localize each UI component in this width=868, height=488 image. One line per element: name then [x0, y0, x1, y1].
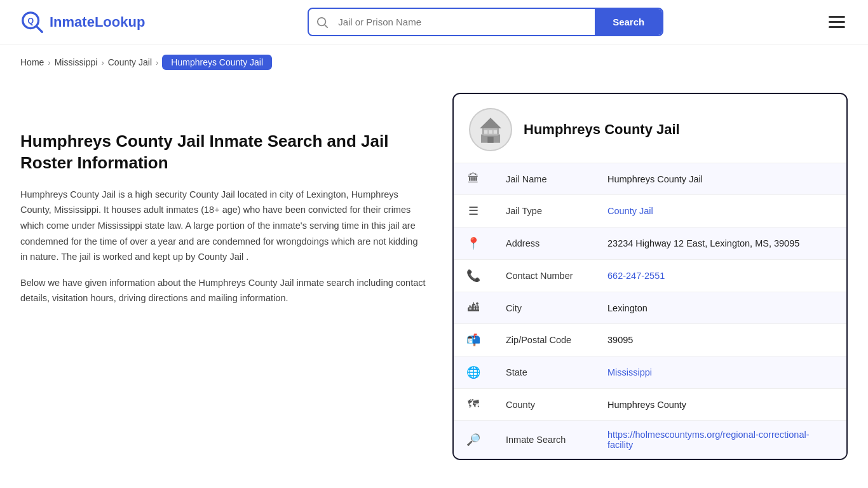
logo-icon: Q — [20, 10, 44, 34]
search-input[interactable] — [336, 10, 595, 34]
row-value[interactable]: https://holmescountyms.org/regional-corr… — [595, 421, 846, 459]
logo-text: InmateLookup — [50, 14, 145, 30]
main-content: Humphreys County Jail Inmate Search and … — [0, 80, 868, 485]
row-label: City — [493, 292, 595, 324]
table-row: 🌐StateMississippi — [454, 356, 846, 389]
chevron-icon-1: › — [48, 58, 50, 67]
table-row: 🔎Inmate Searchhttps://holmescountyms.org… — [454, 421, 846, 459]
breadcrumb-current: Humphreys County Jail — [162, 55, 272, 70]
info-table: 🏛Jail NameHumphreys County Jail☰Jail Typ… — [454, 163, 846, 459]
row-icon: 🏙 — [454, 292, 493, 324]
description-paragraph-2: Below we have given information about th… — [20, 275, 427, 306]
row-label: County — [493, 389, 595, 421]
row-value[interactable]: County Jail — [595, 195, 846, 227]
hamburger-line-3 — [829, 26, 845, 28]
search-bar: Search — [308, 8, 663, 36]
row-value[interactable]: 662-247-2551 — [595, 260, 846, 292]
svg-line-4 — [325, 25, 327, 27]
jail-card: Humphreys County Jail 🏛Jail NameHumphrey… — [452, 93, 848, 460]
row-label: Zip/Postal Code — [493, 324, 595, 356]
row-label: Jail Type — [493, 195, 595, 227]
row-label: Address — [493, 227, 595, 260]
row-label: Inmate Search — [493, 421, 595, 459]
chevron-icon-2: › — [101, 58, 104, 67]
row-icon: 📞 — [454, 260, 493, 292]
row-link[interactable]: Mississippi — [607, 367, 652, 377]
row-icon: ☰ — [454, 195, 493, 227]
svg-text:Q: Q — [27, 16, 34, 25]
jail-card-title: Humphreys County Jail — [524, 121, 680, 138]
row-icon: 🗺 — [454, 389, 493, 421]
breadcrumb-home[interactable]: Home — [20, 57, 44, 67]
row-icon: 🌐 — [454, 356, 493, 389]
right-panel: Humphreys County Jail 🏛Jail NameHumphrey… — [452, 93, 848, 460]
row-value: Lexington — [595, 292, 846, 324]
row-value[interactable]: Mississippi — [595, 356, 846, 389]
table-row: 🗺CountyHumphreys County — [454, 389, 846, 421]
row-label: Contact Number — [493, 260, 595, 292]
svg-rect-9 — [487, 137, 493, 142]
row-icon: 🔎 — [454, 421, 493, 459]
svg-line-2 — [37, 26, 43, 32]
breadcrumb-mississippi[interactable]: Mississippi — [55, 57, 98, 67]
hamburger-menu[interactable] — [826, 13, 848, 30]
row-icon: 📬 — [454, 324, 493, 356]
logo-link[interactable]: Q InmateLookup — [20, 10, 145, 34]
row-label: State — [493, 356, 595, 389]
table-row: ☰Jail TypeCounty Jail — [454, 195, 846, 227]
svg-rect-12 — [489, 130, 492, 134]
svg-rect-11 — [494, 130, 498, 134]
header: Q InmateLookup Search — [0, 0, 868, 44]
row-value: 23234 Highway 12 East, Lexington, MS, 39… — [595, 227, 846, 260]
description-paragraph-1: Humphreys County Jail is a high security… — [20, 187, 427, 265]
row-value: Humphreys County — [595, 389, 846, 421]
jail-avatar — [469, 108, 512, 151]
svg-rect-14 — [497, 128, 499, 134]
row-link[interactable]: https://holmescountyms.org/regional-corr… — [607, 430, 810, 450]
table-row: 📍Address23234 Highway 12 East, Lexington… — [454, 227, 846, 260]
table-row: 🏛Jail NameHumphreys County Jail — [454, 163, 846, 195]
breadcrumb-county-jail[interactable]: County Jail — [108, 57, 152, 67]
search-button[interactable]: Search — [595, 9, 662, 35]
row-link[interactable]: County Jail — [607, 206, 653, 216]
search-icon-wrap — [309, 17, 336, 28]
table-row: 📬Zip/Postal Code39095 — [454, 324, 846, 356]
chevron-icon-3: › — [156, 58, 158, 67]
jail-card-header: Humphreys County Jail — [454, 94, 846, 163]
jail-building-icon — [470, 109, 511, 150]
row-icon: 🏛 — [454, 163, 493, 195]
row-value: 39095 — [595, 324, 846, 356]
page-title: Humphreys County Jail Inmate Search and … — [20, 131, 427, 174]
table-row: 📞Contact Number662-247-2551 — [454, 260, 846, 292]
row-link[interactable]: 662-247-2551 — [607, 271, 665, 281]
left-panel: Humphreys County Jail Inmate Search and … — [20, 93, 427, 316]
hamburger-line-2 — [829, 21, 845, 23]
row-label: Jail Name — [493, 163, 595, 195]
svg-rect-13 — [482, 128, 484, 134]
svg-rect-10 — [484, 130, 488, 134]
table-row: 🏙CityLexington — [454, 292, 846, 324]
row-value: Humphreys County Jail — [595, 163, 846, 195]
search-icon — [316, 17, 328, 28]
row-icon: 📍 — [454, 227, 493, 260]
breadcrumb: Home › Mississippi › County Jail › Humph… — [0, 44, 868, 80]
hamburger-line-1 — [829, 16, 845, 18]
